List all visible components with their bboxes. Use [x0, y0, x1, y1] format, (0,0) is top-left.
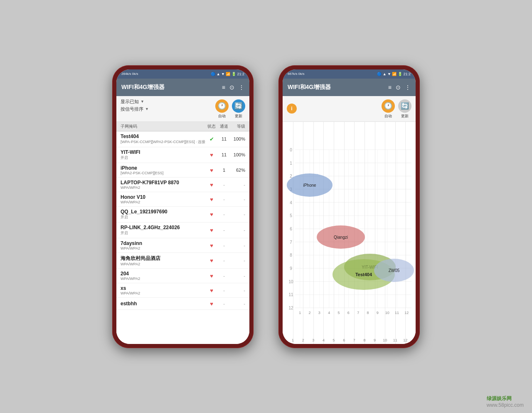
info-icon[interactable]: i: [287, 104, 297, 114]
chart-update-label: 更新: [401, 114, 409, 119]
network-channel: -: [217, 301, 231, 306]
network-level: -: [231, 182, 245, 187]
status-bar-1: 284k/s 0k/s 🔵 ▲ ▼ 📶 🔋 21:2: [116, 69, 249, 79]
network-item[interactable]: xs WPA/WPA2 ♥ - -: [116, 283, 249, 298]
phone-1-content: 显示已知 ▼ 按信号排序 ▼ 🕐 自动: [116, 96, 249, 344]
network-item[interactable]: Test404 [WPA-PSK-CCMP][WPA2-PSK-CCMP][ES…: [116, 131, 249, 147]
network-name: QQ_Le_1921997690: [121, 209, 206, 215]
network-sub: 开启: [121, 215, 206, 220]
network-channel: -: [217, 258, 231, 263]
refresh-icon: 🔄: [232, 99, 245, 113]
menu-icon-1[interactable]: ≡: [222, 84, 225, 91]
filter-known-label: 显示已知: [121, 99, 139, 105]
chart-update-btn[interactable]: 🔄 更新: [398, 99, 411, 119]
channel-number: 7: [357, 311, 359, 315]
status-left-1: 284k/s 0k/s: [121, 72, 138, 76]
network-sub: WPA/WPA2: [121, 246, 206, 250]
filter-signal-arrow: ▼: [145, 107, 149, 111]
app-bar-icons-1: ≡ ⊙ ⋮: [222, 84, 244, 91]
heart-icon: ♥: [210, 211, 213, 218]
network-item[interactable]: 7daysinn WPA/WPA2 ♥ - -: [116, 238, 249, 253]
chart-refresh-icon: 🔄: [398, 99, 411, 113]
clock-icon: 🕐: [215, 99, 229, 113]
network-channel: -: [217, 288, 231, 293]
filter-known-arrow: ▼: [140, 99, 144, 104]
heart-icon: ♥: [210, 227, 213, 233]
more-icon-1[interactable]: ⋮: [239, 84, 244, 91]
network-item[interactable]: estbhh ♥ - -: [116, 298, 249, 310]
menu-icon-2[interactable]: ≡: [388, 84, 392, 91]
network-status: ♥: [206, 287, 217, 294]
network-item[interactable]: LAPTOP-K79F81VP 8870 WPA/WPA2 ♥ - -: [116, 178, 249, 192]
network-item[interactable]: QQ_Le_1921997690 开启 ♥ - -: [116, 207, 249, 223]
status-right-1: 🔵 ▲ ▼ 📶 🔋 21:2: [211, 72, 244, 76]
network-channel: -: [217, 273, 231, 278]
network-info: xs WPA/WPA2: [121, 285, 206, 295]
app-bar-1: WIFI和4G增强器 ≡ ⊙ ⋮: [116, 79, 249, 96]
channel-number: 8: [367, 311, 369, 315]
controls-row-1: 显示已知 ▼ 按信号排序 ▼ 🕐 自动: [116, 96, 249, 122]
network-name: YIT-WIFI: [121, 149, 206, 155]
app-bar-2: WIFI和4G增强器 ≡ ⊙ ⋮: [283, 79, 416, 96]
network-level: -: [231, 301, 245, 306]
clock-icon-1[interactable]: ⊙: [229, 84, 234, 91]
chart-area: 1234567891011120123456789101112iPhoneQia…: [283, 122, 416, 344]
auto-label: 自动: [218, 114, 226, 119]
network-name: LAPTOP-K79F81VP 8870: [121, 180, 206, 185]
chart-auto-btn[interactable]: 🕐 自动: [382, 99, 395, 119]
network-sub: WPA/WPA2: [121, 291, 206, 295]
svg-text:10: 10: [288, 279, 293, 284]
auto-btn[interactable]: 🕐 自动: [215, 99, 229, 119]
network-info: 7daysinn WPA/WPA2: [121, 240, 206, 250]
channel-number: 5: [337, 311, 340, 315]
chart-action-buttons: 🕐 自动 🔄 更新: [382, 99, 411, 119]
chart-auto-label: 自动: [384, 114, 392, 119]
network-channel: -: [217, 228, 231, 232]
col-subnet: 子网掩码: [121, 124, 206, 129]
network-info: Honor V10 WPA/WPA2: [121, 194, 206, 204]
network-item[interactable]: YIT-WIFI 开启 ♥ 11 100%: [116, 147, 249, 163]
network-item[interactable]: 海角欣村尚品酒店 WPA/WPA2 ♥ - -: [116, 253, 249, 269]
network-status: ♥: [206, 272, 217, 279]
phone-2: 667k/s 0k/s 🔵 ▲ ▼ 📶 🔋 21:2 WIFI和4G增强器 ≡ …: [278, 65, 420, 348]
update-label: 更新: [235, 114, 242, 119]
network-channel: -: [217, 182, 231, 187]
network-info: RP-LINK_2.4GHz_224026 开启: [121, 225, 206, 236]
update-btn[interactable]: 🔄 更新: [232, 99, 245, 119]
heart-icon: ♥: [210, 182, 213, 188]
network-status: ♥: [206, 300, 217, 307]
more-icon-2[interactable]: ⋮: [405, 84, 411, 91]
network-item[interactable]: RP-LINK_2.4GHz_224026 开启 ♥ - -: [116, 223, 249, 238]
filter-signal[interactable]: 按信号排序 ▼: [121, 106, 215, 112]
clock-icon-2[interactable]: ⊙: [396, 84, 401, 91]
network-bubble-label: iPhone: [303, 183, 316, 188]
app-title-1: WIFI和4G增强器: [121, 84, 222, 91]
network-status: ♥: [206, 181, 217, 188]
network-level: -: [231, 212, 245, 217]
table-header: 子网掩码 状态 通道 等级: [116, 122, 249, 131]
network-level: 100%: [231, 152, 245, 157]
network-name: Test404: [121, 134, 206, 139]
channel-number: 9: [377, 311, 379, 315]
network-level: -: [231, 288, 245, 293]
svg-text:12: 12: [288, 306, 293, 310]
network-sub: WPA/WPA2: [121, 277, 206, 281]
network-status: ♥: [206, 226, 217, 234]
heart-icon: ♥: [210, 167, 213, 173]
network-sub: [WPA2-PSK-CCMP][ESS]: [121, 171, 206, 175]
network-channel: -: [217, 197, 231, 202]
network-item[interactable]: 204 WPA/WPA2 ♥ - -: [116, 269, 249, 283]
network-item[interactable]: iPhone [WPA2-PSK-CCMP][ESS] ♥ 1 62%: [116, 163, 249, 178]
watermark-text: 绿源娱乐网: [487, 396, 512, 401]
filter-known[interactable]: 显示已知 ▼: [121, 99, 215, 105]
phone-2-inner: 667k/s 0k/s 🔵 ▲ ▼ 📶 🔋 21:2 WIFI和4G增强器 ≡ …: [283, 69, 416, 344]
network-info: estbhh: [121, 301, 206, 307]
col-channel: 通道: [217, 124, 231, 129]
action-buttons: 🕐 自动 🔄 更新: [215, 99, 245, 119]
network-item[interactable]: Honor V10 WPA/WPA2 ♥ - -: [116, 192, 249, 207]
network-status: ✔: [206, 135, 217, 143]
channel-number: 12: [404, 311, 409, 315]
network-level: -: [231, 197, 245, 202]
check-icon: ✔: [209, 136, 214, 142]
network-name: iPhone: [121, 165, 206, 171]
